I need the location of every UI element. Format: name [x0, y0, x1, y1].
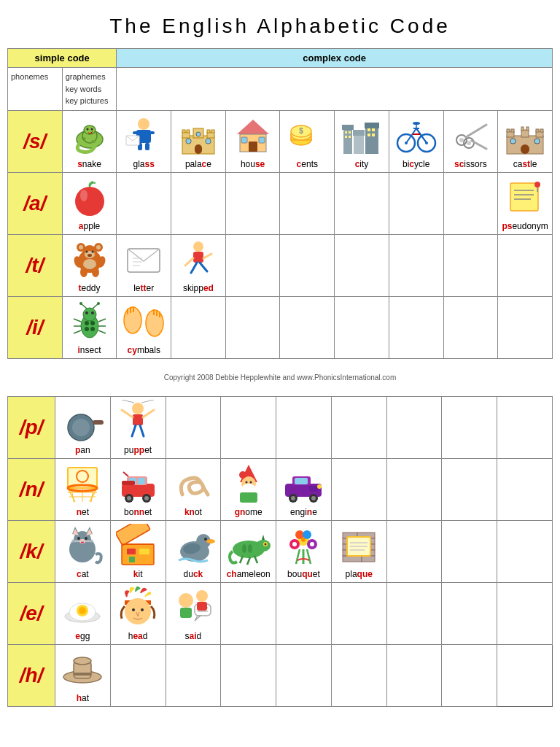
empty-cell	[280, 234, 335, 296]
svg-point-164	[127, 496, 131, 500]
svg-rect-244	[343, 556, 362, 562]
insect-icon	[68, 300, 112, 344]
svg-line-110	[203, 254, 211, 258]
svg-line-147	[140, 425, 144, 436]
word-cell-city: city	[335, 110, 389, 172]
empty-cell	[331, 458, 386, 520]
word-label-plaque: plaque	[333, 569, 385, 579]
svg-rect-10	[149, 131, 155, 134]
empty-cell	[497, 396, 553, 458]
empty-cell	[497, 582, 553, 644]
egg-icon	[61, 586, 104, 630]
empty-cell	[442, 396, 497, 458]
word-cell-skipped: skipped	[171, 234, 226, 296]
svg-point-182	[291, 496, 295, 500]
svg-rect-12	[145, 143, 149, 150]
svg-point-4	[90, 128, 93, 130]
svg-point-118	[90, 327, 95, 331]
svg-rect-24	[206, 139, 211, 144]
svg-rect-30	[259, 137, 265, 143]
word-label-said: said	[168, 631, 219, 641]
svg-rect-204	[139, 549, 149, 554]
word-label-egg: egg	[57, 631, 109, 641]
empty-cell	[166, 644, 221, 706]
svg-rect-46	[368, 128, 370, 131]
svg-rect-205	[129, 557, 135, 562]
empty-cell	[117, 172, 171, 234]
svg-point-59	[413, 122, 420, 125]
table1: simple code complex code phonemes graphe…	[7, 48, 553, 359]
word-label-apple: apple	[64, 221, 115, 231]
phoneme-h: /h/	[8, 644, 55, 706]
svg-point-116	[90, 321, 95, 325]
word-cell-kit: kit	[110, 520, 166, 582]
word-cell-scissors: scissors	[443, 110, 498, 172]
word-label-pseudonym: pseudonym	[499, 221, 551, 231]
empty-cell	[221, 644, 276, 706]
pan-icon	[61, 400, 104, 444]
phoneme-n: /n/	[8, 458, 55, 520]
empty-cell	[443, 296, 498, 358]
word-label-bicycle: bicycle	[391, 159, 442, 169]
empty-cell	[335, 172, 389, 234]
svg-rect-19	[187, 130, 190, 133]
empty-cell	[498, 296, 553, 358]
empty-cell	[276, 644, 332, 706]
phoneme-k: /k/	[8, 520, 55, 582]
svg-rect-44	[345, 136, 347, 138]
svg-rect-36	[343, 128, 352, 154]
cat-icon	[61, 524, 104, 568]
svg-rect-41	[365, 123, 379, 128]
phoneme-s: /s/	[8, 110, 63, 172]
svg-point-258	[179, 593, 193, 608]
svg-rect-39	[353, 130, 365, 136]
svg-point-93	[96, 245, 101, 249]
word-label-gnome: gnome	[222, 507, 274, 517]
svg-rect-71	[507, 129, 510, 132]
svg-rect-72	[511, 129, 514, 132]
svg-point-101	[80, 267, 88, 277]
table-row: /n/ net	[8, 458, 553, 520]
svg-line-169	[123, 472, 128, 476]
empty-cell	[389, 234, 443, 296]
hat-icon	[61, 648, 104, 692]
svg-point-122	[97, 302, 100, 305]
svg-point-255	[125, 598, 151, 624]
word-cell-letter: letter	[117, 234, 171, 296]
svg-rect-37	[342, 125, 354, 130]
table-row: /s/ snake	[8, 110, 553, 172]
svg-point-142	[132, 403, 144, 414]
svg-point-269	[74, 657, 91, 665]
empty-cell	[497, 520, 553, 582]
empty-cell	[110, 644, 166, 706]
word-label-snake: snake	[64, 159, 115, 169]
svg-point-129	[85, 311, 88, 314]
word-label-bonnet: bonnet	[112, 507, 164, 517]
svg-point-175	[239, 471, 246, 479]
svg-point-2	[84, 125, 96, 134]
puppet-icon	[116, 400, 160, 444]
empty-cell	[280, 296, 335, 358]
svg-rect-47	[372, 128, 375, 131]
svg-rect-49	[372, 133, 375, 136]
word-cell-hat: hat	[55, 644, 110, 706]
svg-point-121	[79, 302, 82, 305]
svg-point-256	[132, 608, 135, 611]
empty-cell	[442, 644, 497, 706]
svg-rect-77	[521, 144, 529, 154]
page-title: The English Alphabetic Code	[7, 15, 553, 38]
svg-point-92	[79, 245, 83, 249]
svg-point-96	[91, 250, 93, 252]
word-cell-cat: cat	[55, 520, 110, 582]
svg-line-109	[185, 258, 193, 266]
duck-icon	[171, 524, 215, 568]
word-label-letter: letter	[118, 283, 169, 293]
word-cell-engine: engine	[276, 458, 332, 520]
svg-rect-29	[241, 137, 247, 143]
word-label-cymbals: cymbals	[118, 345, 169, 355]
svg-rect-38	[354, 134, 364, 154]
bouquet-icon	[281, 524, 325, 568]
svg-line-125	[74, 330, 81, 333]
svg-rect-45	[349, 136, 351, 138]
word-label-palace: palace	[173, 159, 224, 169]
